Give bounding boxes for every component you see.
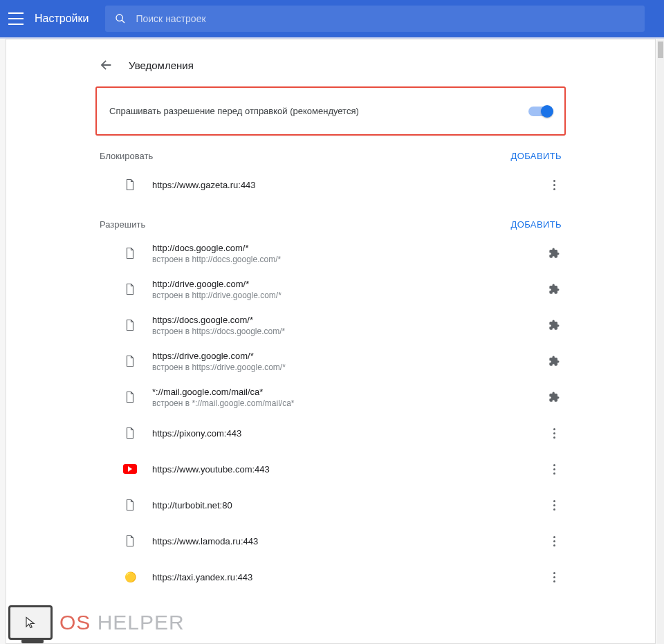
search-icon [115,13,126,24]
scrollbar-thumb[interactable] [658,42,663,58]
extension-icon[interactable] [547,318,561,332]
app-header: Настройки [0,0,664,37]
site-url: https://pixony.com:443 [152,428,546,439]
allow-section-label: Разрешить [100,219,145,230]
search-bar[interactable] [105,6,645,32]
youtube-icon [123,464,137,474]
site-url: https://www.lamoda.ru:443 [152,536,546,546]
page-body: Уведомления Спрашивать разрешение перед … [0,37,664,644]
scrollbar[interactable] [657,39,664,644]
site-row: https://pixony.com:443 [95,415,566,451]
page-icon [124,319,136,331]
extension-icon[interactable] [547,246,561,260]
extension-icon[interactable] [547,390,561,404]
extension-icon[interactable] [547,282,561,296]
site-subtext: встроен в http://docs.google.com/* [152,255,546,264]
site-row: http://docs.google.com/*встроен в http:/… [95,235,566,271]
search-input[interactable] [136,13,635,24]
more-menu-icon[interactable] [553,536,555,546]
more-menu-icon[interactable] [553,428,555,439]
site-url: http://docs.google.com/* [152,243,546,253]
ask-permission-toggle[interactable] [528,107,552,116]
more-menu-icon[interactable] [553,500,555,510]
page-icon [124,427,136,439]
back-arrow-icon[interactable] [98,57,113,73]
svg-line-1 [122,20,124,23]
site-url: https://drive.google.com/* [152,351,546,361]
extension-icon[interactable] [547,354,561,368]
site-url: https://taxi.yandex.ru:443 [152,572,546,582]
more-menu-icon[interactable] [553,180,555,190]
site-row: https://drive.google.com/*встроен в http… [95,343,566,379]
site-row: http://turbobit.net:80 [95,487,566,523]
page-title: Уведомления [129,59,194,71]
site-url: *://mail.google.com/mail/ca* [152,387,546,397]
site-row: *://mail.google.com/mail/ca*встроен в *:… [95,379,566,415]
page-icon [124,535,136,547]
allow-add-button[interactable]: ДОБАВИТЬ [510,219,562,230]
site-row: http://drive.google.com/*встроен в http:… [95,271,566,307]
block-section-label: Блокировать [100,151,153,161]
more-menu-icon[interactable] [553,572,555,582]
site-subtext: встроен в *://mail.google.com/mail/ca* [152,398,546,408]
page-icon [124,178,136,191]
site-row: https://docs.google.com/*встроен в https… [95,307,566,343]
ask-permission-setting: Спрашивать разрешение перед отправкой (р… [95,86,566,136]
site-url: http://drive.google.com/* [152,279,546,289]
content-panel: Уведомления Спрашивать разрешение перед … [6,39,656,644]
block-add-button[interactable]: ДОБАВИТЬ [510,151,562,161]
block-list: https://www.gazeta.ru:443 [95,165,566,204]
site-row: https://www.lamoda.ru:443 [95,523,566,559]
more-menu-icon[interactable] [553,464,555,475]
site-url: https://www.youtube.com:443 [152,464,546,475]
site-row: 🟡https://taxi.yandex.ru:443 [95,559,566,595]
section-heading: Уведомления [95,39,566,86]
menu-icon[interactable] [8,12,24,25]
app-title: Настройки [35,12,89,25]
page-icon [124,355,136,367]
site-url: https://www.gazeta.ru:443 [152,180,546,190]
page-icon [124,247,136,259]
site-row: https://www.youtube.com:443 [95,451,566,487]
page-icon [124,499,136,511]
site-row: https://www.gazeta.ru:443 [95,167,566,203]
block-section-header: Блокировать ДОБАВИТЬ [95,136,566,165]
site-subtext: встроен в https://drive.google.com/* [152,362,546,372]
ask-permission-label: Спрашивать разрешение перед отправкой (р… [109,106,359,116]
allow-section-header: Разрешить ДОБАВИТЬ [95,204,566,234]
site-subtext: встроен в https://docs.google.com/* [152,326,546,336]
svg-point-0 [116,15,122,21]
allow-list: http://docs.google.com/*встроен в http:/… [95,234,566,596]
site-url: http://turbobit.net:80 [152,500,546,510]
site-url: https://docs.google.com/* [152,315,546,325]
site-subtext: встроен в http://drive.google.com/* [152,291,546,300]
yandex-icon: 🟡 [124,571,136,583]
page-icon [124,283,136,295]
page-icon [124,391,136,403]
